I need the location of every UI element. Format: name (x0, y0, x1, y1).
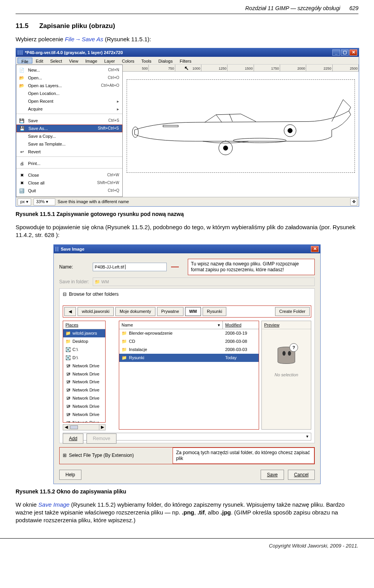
save-button[interactable]: Save (261, 470, 284, 480)
quit-icon: 🔚 (19, 188, 25, 193)
savein-dropdown[interactable]: 📁 WM (93, 277, 315, 286)
path-segment[interactable]: Moje dokumenty (115, 307, 155, 316)
places-item-label: D:\ (72, 355, 78, 361)
places-item[interactable]: 🖳Network Drive (63, 402, 105, 411)
menu-dialogs[interactable]: Dialogs (155, 58, 176, 63)
places-item[interactable]: 📁witold.jawors (63, 329, 105, 337)
file-row[interactable]: 📁CD2008-03-08 (119, 337, 259, 346)
path-segment[interactable]: Rysunki (203, 307, 226, 316)
cancel-button[interactable]: Cancel (288, 470, 315, 480)
dialog-close-button[interactable]: ✕ (311, 246, 319, 252)
file-date: 2008-03-08 (223, 338, 259, 345)
shortcut-label: Ctrl+W (107, 172, 119, 178)
page-header: Rozdział 11 GIMP — szczegóły obsługi 629 (0, 0, 374, 16)
section-number: 11.5 (16, 22, 37, 31)
path-segment[interactable]: witold.jaworski (78, 307, 114, 316)
menu-colors[interactable]: Colors (118, 58, 138, 63)
places-item[interactable]: 📁Desktop (63, 337, 105, 346)
file-row[interactable]: 📁Blender-wprowadzenie2008-03-19 (119, 329, 259, 337)
menu-edit[interactable]: Edit (32, 58, 47, 63)
scroll-thumb[interactable] (70, 425, 78, 429)
menu-item[interactable]: ✖CloseCtrl+W (16, 171, 122, 179)
filetype-row: ⊞ Select File Type (By Extension) Za pom… (59, 447, 315, 464)
section-name: Zapisanie pliku (obrazu) (39, 22, 115, 30)
menu-item[interactable]: 📂Open...Ctrl+O (16, 74, 122, 82)
places-item[interactable]: 🖳Network Drive (63, 411, 105, 419)
menu-item[interactable]: Open Location... (16, 90, 122, 97)
menu-file[interactable]: File (18, 58, 32, 63)
figure-caption-2: Rysunek 11.5.2 Okno do zapisywania pliku (16, 488, 358, 495)
places-item[interactable]: 🖳Network Drive (63, 378, 105, 386)
filetype-expander[interactable]: ⊞ Select File Type (By Extension) (60, 451, 141, 460)
status-unit[interactable]: px ▾ (18, 198, 31, 205)
browse-folders-label: Browse for other folders (69, 291, 118, 297)
places-item[interactable]: 💽D:\ (63, 354, 105, 362)
intro-paragraph: Wybierz polecenie File→Save As (Rysunek … (16, 35, 358, 43)
drive-icon: 💽 (65, 347, 71, 352)
ruler-tick: 2500 (333, 65, 359, 71)
airplane-drawing (127, 80, 355, 172)
file-menu-dropdown: 📄New...Ctrl+N📂Open...Ctrl+O📂Open as Laye… (16, 65, 123, 197)
menu-tools[interactable]: Tools (138, 58, 155, 63)
menu-view[interactable]: View (65, 58, 82, 63)
file-row[interactable]: 📁Instalacje2008-03-03 (119, 346, 259, 354)
menu-item[interactable]: ↩Revert (16, 148, 122, 156)
name-input[interactable]: P40B-JJ-Left.tif (93, 263, 167, 271)
places-item[interactable]: 🖳Network Drive (63, 386, 105, 394)
places-item[interactable]: 💽C:\ (63, 346, 105, 354)
menu-item[interactable]: ✖Close allShift+Ctrl+W (16, 179, 122, 187)
menu-item[interactable]: 📄New...Ctrl+N (16, 66, 122, 74)
column-modified[interactable]: Modified (223, 321, 259, 329)
svg-point-4 (223, 146, 228, 151)
menu-item-label: Open as Layers... (28, 83, 101, 89)
net-icon: 🖳 (65, 380, 71, 384)
column-name[interactable]: Name ▾ (119, 321, 223, 329)
places-item[interactable]: 🖳Network Drive (63, 394, 105, 402)
places-item-label: witold.jawors (72, 330, 97, 336)
menu-item[interactable]: Acquire▸ (16, 105, 122, 113)
ruler-tick: 2000 (280, 65, 306, 71)
gimp-main-window: *P40-org-ver.tif-4.0 (grayscale, 1 layer… (16, 48, 359, 207)
add-place-button[interactable]: Add (63, 434, 83, 444)
file-browser: Places 📁witold.jawors📁Desktop💽C:\💽D:\🖳Ne… (63, 321, 311, 430)
save-image-dialog: Save Image ✕ Name: P40B-JJ-Left.tif Tu w… (53, 244, 321, 484)
folder-icon: 📁 (122, 347, 127, 353)
menu-item-label: Save As... (28, 126, 98, 132)
status-zoom[interactable]: 33% ▾ (34, 198, 55, 205)
menu-item[interactable]: 💾Save As...Shift+Ctrl+S (16, 125, 122, 132)
menu-item[interactable]: 💾SaveCtrl+S (16, 117, 122, 125)
menu-layer[interactable]: Layer (101, 58, 119, 63)
file-row[interactable]: 📁RysunkiToday (119, 354, 259, 362)
menu-item[interactable]: Open Recent▸ (16, 97, 122, 105)
path-segment-current[interactable]: WM (185, 307, 201, 316)
svg-point-7 (233, 138, 286, 143)
menu-select[interactable]: Select (47, 58, 66, 63)
menu-item-label: Print... (28, 161, 119, 167)
file-name: CD (129, 339, 135, 344)
places-item[interactable]: 🖳Network Drive (63, 419, 105, 423)
menu-item[interactable]: 📂Open as Layers...Ctrl+Alt+O (16, 82, 122, 90)
scroll-left-icon[interactable]: ◀ (63, 424, 69, 430)
menu-item[interactable]: 🔚QuitCtrl+Q (16, 187, 122, 195)
menu-image[interactable]: Image (82, 58, 101, 63)
arrow-icon (171, 267, 179, 267)
menu-item[interactable]: 🖨Print... (16, 160, 122, 167)
sort-down-icon: ▾ (218, 322, 220, 328)
maximize-button[interactable]: ▢ (341, 49, 349, 56)
help-button[interactable]: Help (59, 470, 81, 480)
menu-item[interactable]: Save as Template... (16, 140, 122, 148)
minimize-button[interactable]: _ (332, 49, 340, 56)
browse-folders-header[interactable]: ⊟ Browse for other folders (60, 289, 314, 300)
close-button[interactable]: ✕ (349, 49, 357, 56)
menu-filters[interactable]: Filters (176, 58, 195, 63)
places-item[interactable]: 🖳Network Drive (63, 370, 105, 378)
create-folder-button[interactable]: Create Folder (275, 307, 310, 316)
menu-item[interactable]: Save a Copy... (16, 132, 122, 140)
places-scrollbar[interactable]: ◀ ▶ (63, 424, 106, 430)
places-item[interactable]: 🖳Network Drive (63, 362, 105, 370)
figure-caption-1: Rysunek 11.5.1 Zapisywanie gotowego rysu… (16, 211, 358, 218)
nav-icon[interactable]: ✥ (350, 198, 357, 205)
scroll-right-icon[interactable]: ▶ (99, 424, 105, 430)
path-back-button[interactable]: ◀ (64, 307, 76, 316)
path-segment[interactable]: Prywatne (157, 307, 183, 316)
